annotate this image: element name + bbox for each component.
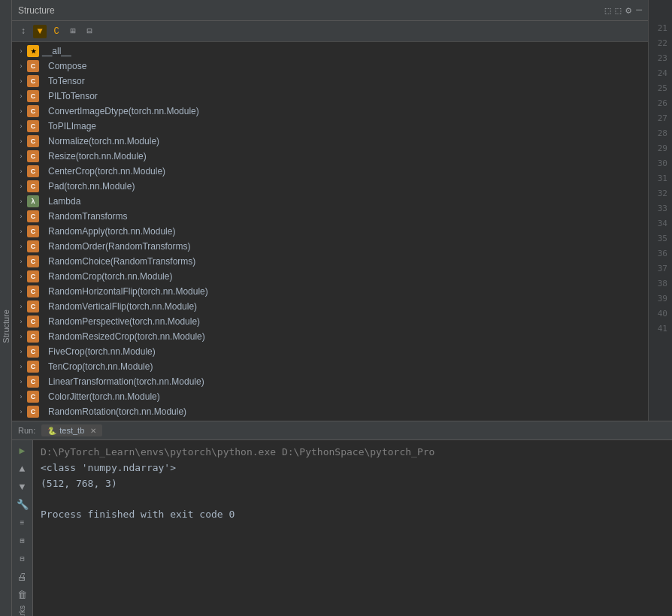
structure-side-tab[interactable]: Structure bbox=[0, 0, 12, 616]
run-wrench-icon[interactable]: 🔧 bbox=[15, 497, 30, 512]
tree-item[interactable]: ›CRandomApply(torch.nn.Module) bbox=[12, 224, 648, 239]
tree-item-label: PILToTensor bbox=[48, 91, 98, 101]
line-number: 24 bbox=[649, 66, 672, 81]
tree-item[interactable]: ›CCenterCrop(torch.nn.Module) bbox=[12, 164, 648, 179]
tree-item[interactable]: ›CColorJitter(torch.nn.Module) bbox=[12, 389, 648, 404]
tree-item-icon: C bbox=[27, 150, 39, 162]
tree-item[interactable]: ›CRandomCrop(torch.nn.Module) bbox=[12, 269, 648, 284]
output-line: Process finished with exit code 0 bbox=[41, 507, 664, 523]
tree-item[interactable]: ›CNormalize(torch.nn.Module) bbox=[12, 134, 648, 149]
run-tab[interactable]: 🐍 test_tb ✕ bbox=[41, 424, 102, 436]
run-collapse-icon[interactable]: ⊟ bbox=[15, 551, 30, 566]
tree-item-label: ToPILImage bbox=[48, 121, 96, 131]
tree-item-label: RandomApply(torch.nn.Module) bbox=[48, 226, 175, 237]
tree-item[interactable]: ›CConvertImageDtype(torch.nn.Module) bbox=[12, 104, 648, 119]
tree-item[interactable]: ›CRandomResizedCrop(torch.nn.Module) bbox=[12, 329, 648, 344]
tree-arrow-icon: › bbox=[15, 378, 27, 385]
sort-icon[interactable]: ⬚ bbox=[616, 5, 622, 17]
tree-arrow-icon: › bbox=[15, 243, 27, 250]
tree-item-label: Normalize(torch.nn.Module) bbox=[48, 136, 159, 146]
expand-icon[interactable]: ⊞ bbox=[66, 25, 80, 38]
tree-item[interactable]: ›CResize(torch.nn.Module) bbox=[12, 149, 648, 164]
tree-item[interactable]: ›CRandomVerticalFlip(torch.nn.Module) bbox=[12, 299, 648, 314]
run-format-icon[interactable]: ≡ bbox=[15, 515, 30, 530]
tree-item[interactable]: ›CRandomChoice(RandomTransforms) bbox=[12, 254, 648, 269]
tree-arrow-icon: › bbox=[15, 318, 27, 325]
tree-item-label: RandomVerticalFlip(torch.nn.Module) bbox=[48, 301, 197, 312]
tree-item[interactable]: ›CLinearTransformation(torch.nn.Module) bbox=[12, 374, 648, 389]
tree-item-icon: C bbox=[27, 270, 39, 282]
tree-item[interactable]: ›CCompose bbox=[12, 59, 648, 74]
line-number: 26 bbox=[649, 96, 672, 111]
tree-item-label: RandomResizedCrop(torch.nn.Module) bbox=[48, 331, 205, 342]
tree-item-icon: ★ bbox=[27, 45, 39, 57]
tree-item-label: Resize(torch.nn.Module) bbox=[48, 151, 147, 162]
run-tab-close[interactable]: ✕ bbox=[90, 427, 96, 435]
tree-item[interactable]: ›CToPILImage bbox=[12, 119, 648, 134]
tree-arrow-icon: › bbox=[15, 408, 27, 415]
tree-item-icon: C bbox=[27, 331, 39, 343]
line-number: 25 bbox=[649, 81, 672, 96]
line-number: 40 bbox=[649, 306, 672, 322]
run-tab-icon: 🐍 bbox=[47, 427, 56, 435]
run-play-icon[interactable]: ▶ bbox=[15, 443, 30, 458]
tree-item-label: FiveCrop(torch.nn.Module) bbox=[48, 346, 156, 357]
tree-item[interactable]: ›CPad(torch.nn.Module) bbox=[12, 179, 648, 194]
minimize-icon[interactable]: ─ bbox=[636, 5, 642, 16]
collapse-icon[interactable]: ⊟ bbox=[83, 25, 96, 38]
tree-item[interactable]: ›λLambda bbox=[12, 194, 648, 209]
run-header: Run: 🐍 test_tb ✕ bbox=[12, 421, 672, 440]
tree-arrow-icon: › bbox=[15, 363, 27, 370]
tree-item-label: Lambda bbox=[48, 196, 80, 207]
structure-title: Structure bbox=[18, 5, 55, 16]
run-trash-icon[interactable]: 🗑 bbox=[15, 587, 30, 602]
tree-item-icon: C bbox=[27, 210, 39, 222]
tree-arrow-icon: › bbox=[15, 333, 27, 340]
line-numbers-panel: 2122232425262728293031323334353637383940… bbox=[648, 0, 672, 421]
bookmarks-tab-label[interactable]: Bookmarks bbox=[18, 605, 26, 616]
run-print-icon[interactable]: 🖨 bbox=[15, 569, 30, 584]
tree-item-icon: C bbox=[27, 240, 39, 252]
tree-item[interactable]: ›CRandomRotation(torch.nn.Module) bbox=[12, 404, 648, 419]
output-line: <class 'numpy.ndarray'> bbox=[41, 460, 664, 476]
tree-item[interactable]: ›CRandomPerspective(torch.nn.Module) bbox=[12, 314, 648, 329]
tree-arrow-icon: › bbox=[15, 137, 27, 145]
tree-item-label: RandomRotation(torch.nn.Module) bbox=[48, 406, 186, 417]
line-number: 30 bbox=[649, 156, 672, 171]
tree-item-label: RandomOrder(RandomTransforms) bbox=[48, 241, 191, 252]
tree-arrow-icon: › bbox=[15, 77, 27, 85]
run-down-icon[interactable]: ▼ bbox=[15, 479, 30, 494]
tree-arrow-icon: › bbox=[15, 168, 27, 175]
line-number: 23 bbox=[649, 51, 672, 66]
run-content: ▶ ▲ ▼ 🔧 ≡ ⊞ ⊟ 🖨 🗑 Bookmarks bbox=[12, 440, 672, 616]
line-number: 28 bbox=[649, 126, 672, 141]
sort-alpha-icon[interactable]: ↕ bbox=[17, 25, 30, 38]
line-number: 39 bbox=[649, 291, 672, 306]
tree-item[interactable]: ›CTenCrop(torch.nn.Module) bbox=[12, 359, 648, 374]
output-line: D:\PyTorch_Learn\envs\pytorch\python.exe… bbox=[41, 445, 664, 460]
tree-arrow-icon: › bbox=[15, 92, 27, 100]
tree-item[interactable]: ›CFiveCrop(torch.nn.Module) bbox=[12, 344, 648, 359]
filter-icon[interactable]: ▼ bbox=[33, 25, 47, 38]
tree-item[interactable]: ›CRandomOrder(RandomTransforms) bbox=[12, 239, 648, 254]
tree-item-label: ToTensor bbox=[48, 76, 85, 86]
structure-content[interactable]: ›★__all__›CCompose›CToTensor›CPILToTenso… bbox=[12, 42, 648, 421]
tree-arrow-icon: › bbox=[15, 288, 27, 295]
tree-item-icon: C bbox=[27, 120, 39, 132]
tree-arrow-icon: › bbox=[15, 47, 27, 55]
tree-item-icon: C bbox=[27, 165, 39, 177]
tree-item-label: ConvertImageDtype(torch.nn.Module) bbox=[48, 106, 199, 116]
align-icon[interactable]: ⬚ bbox=[605, 5, 611, 17]
tree-item[interactable]: ›★__all__ bbox=[12, 44, 648, 59]
tree-item[interactable]: ›CRandomHorizontalFlip(torch.nn.Module) bbox=[12, 284, 648, 299]
run-expand-icon[interactable]: ⊞ bbox=[15, 533, 30, 548]
tree-arrow-icon: › bbox=[15, 152, 27, 160]
highlight-icon[interactable]: C bbox=[50, 25, 63, 38]
tree-item[interactable]: ›CRandomTransforms bbox=[12, 209, 648, 224]
tree-item[interactable]: ›CToTensor bbox=[12, 74, 648, 89]
run-up-icon[interactable]: ▲ bbox=[15, 461, 30, 476]
tree-item[interactable]: ›CPILToTensor bbox=[12, 89, 648, 104]
settings-icon[interactable]: ⚙ bbox=[625, 5, 631, 17]
tree-item-icon: C bbox=[27, 90, 39, 102]
tree-item-icon: C bbox=[27, 285, 39, 297]
